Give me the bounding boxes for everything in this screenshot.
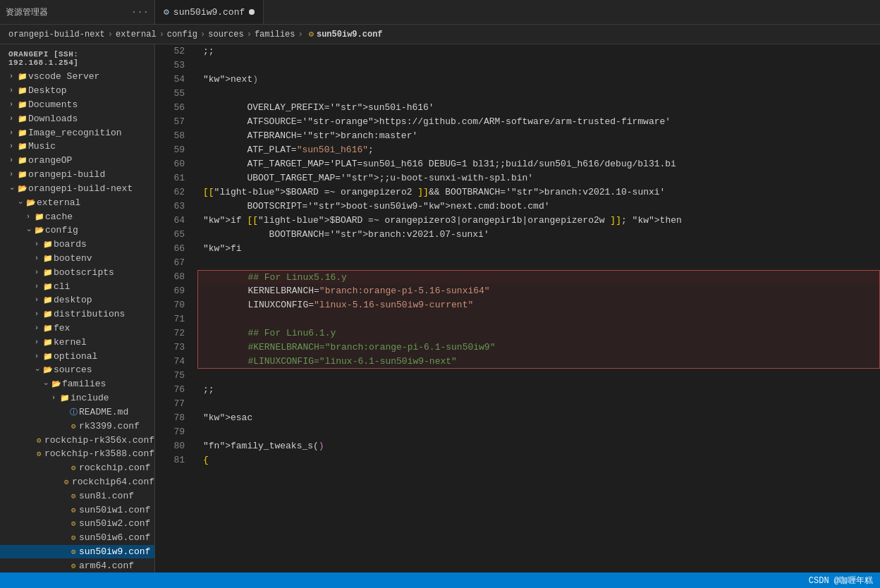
sidebar-item-families[interactable]: › 📂 families <box>0 377 154 391</box>
sidebar-item-include[interactable]: › 📁 include <box>0 391 154 405</box>
gear-icon: ⚙ <box>61 477 72 486</box>
sidebar-item-desktop[interactable]: › 📁 Desktop <box>0 84 154 98</box>
breadcrumb-sep-3: › <box>200 30 205 39</box>
sidebar-item-rockchip-rk3588[interactable]: ⚙ rockchip-rk3588.conf <box>0 447 154 461</box>
code-line-69: KERNELBRANCH="branch:orange-pi-5.16-sunx… <box>197 284 880 298</box>
breadcrumb-part-5[interactable]: families <box>255 30 295 39</box>
sidebar-item-fex[interactable]: › 📁 fex <box>0 321 154 336</box>
sidebar-item-bootenv[interactable]: › 📁 bootenv <box>0 252 154 266</box>
arrow-icon: › <box>6 129 17 137</box>
code-line-79 <box>197 425 880 439</box>
sidebar-item-rockchip[interactable]: ⚙ rockchip.conf <box>0 461 154 475</box>
sidebar-item-config[interactable]: › 📂 config <box>0 223 154 238</box>
code-line-65: BOOTBRANCH='"str">branch:v2021.07-sunxi' <box>197 228 880 242</box>
code-line-78: "kw">esac <box>197 411 880 425</box>
code-line-58: ATFBRANCH='"str">branch:master' <box>197 129 880 143</box>
sidebar-item-music[interactable]: › 📁 Music <box>0 140 154 154</box>
code-line-70: LINUXCONFIG="linux-5.16-sun50iw9-current… <box>197 298 880 312</box>
explorer-header: 资源管理器 ··· <box>0 0 155 24</box>
code-line-76: ;; <box>197 383 880 397</box>
breadcrumb-sep-4: › <box>247 30 252 39</box>
sidebar-item-vscode-server[interactable]: › 📁 vscode Server <box>0 70 154 84</box>
breadcrumb-part-2[interactable]: external <box>116 30 157 39</box>
sidebar-item-sun50iw1[interactable]: ⚙ sun50iw1.conf <box>0 503 154 517</box>
sidebar-item-sun50iw9[interactable]: ⚙ sun50iw9.conf <box>0 545 154 559</box>
sidebar-item-downloads[interactable]: › 📁 Downloads <box>0 111 154 125</box>
sidebar-item-rockchip64[interactable]: ⚙ rockchip64.conf <box>0 475 154 489</box>
sidebar-item-sources[interactable]: › 📂 sources <box>0 363 154 377</box>
arrow-open-icon: › <box>8 183 16 194</box>
folder-icon: 📁 <box>42 295 54 305</box>
gear-icon: ⚙ <box>68 463 79 472</box>
sidebar: ORANGEPI [SSH: 192.168.1.254] › 📁 vscode… <box>0 44 155 572</box>
sidebar-item-image-recognition[interactable]: › 📁 Image_recognition <box>0 125 154 140</box>
code-line-75 <box>197 369 880 383</box>
sidebar-item-sun50iw6[interactable]: ⚙ sun50iw6.conf <box>0 531 154 545</box>
code-line-55 <box>197 87 880 101</box>
folder-icon: 📁 <box>17 128 28 137</box>
code-line-63: BOOTSCRIPT='"str">boot-sun50iw9-"kw">nex… <box>197 200 880 214</box>
sidebar-item-sun50iw2[interactable]: ⚙ sun50iw2.conf <box>0 517 154 531</box>
code-line-66: "kw">fi <box>197 242 880 256</box>
watermark: CSDN @咖喱年糕 <box>809 575 873 587</box>
sidebar-item-bootscripts[interactable]: › 📁 bootscripts <box>0 265 154 279</box>
code-line-57: ATFSOURCE='"str-orange">https://github.c… <box>197 115 880 129</box>
sidebar-item-kernel[interactable]: › 📁 kernel <box>0 335 154 349</box>
code-line-74: #LINUXCONFIG="linux-6.1-sun50iw9-next" <box>197 355 880 369</box>
sidebar-item-orangeop[interactable]: › 📁 orangeOP <box>0 154 154 168</box>
tab-file-icon: ⚙ <box>164 6 169 18</box>
code-line-53 <box>197 59 880 73</box>
bottom-bar: CSDN @咖喱年糕 <box>0 572 880 588</box>
sidebar-item-sun8i[interactable]: ⚙ sun8i.conf <box>0 489 154 503</box>
tab-filename: sun50iw9.conf <box>173 7 245 18</box>
gear-icon: ⚙ <box>68 506 79 515</box>
tab-sun50iw9[interactable]: ⚙ sun50iw9.conf <box>155 0 264 24</box>
code-line-61: UBOOT_TARGET_MAP='"str">;;u-boot-sunxi-w… <box>197 171 880 185</box>
tab-modified-dot <box>249 9 255 15</box>
folder-icon: 📁 <box>42 324 54 333</box>
editor-area: 5253545556575859606162636465666768697071… <box>155 44 880 572</box>
breadcrumb-part-1[interactable]: orangepi-build-next <box>8 30 105 39</box>
sidebar-item-documents[interactable]: › 📁 Documents <box>0 98 154 112</box>
main-area: ORANGEPI [SSH: 192.168.1.254] › 📁 vscode… <box>0 44 880 572</box>
folder-icon: 📁 <box>17 72 28 81</box>
sidebar-item-external[interactable]: › 📂 external <box>0 195 154 209</box>
sidebar-item-distributions[interactable]: › 📁 distributions <box>0 307 154 321</box>
code-line-56: OVERLAY_PREFIX='"str">sun50i-h616' <box>197 101 880 115</box>
arrow-icon: › <box>31 255 42 262</box>
sidebar-item-cli[interactable]: › 📁 cli <box>0 279 154 293</box>
sidebar-item-desktop-sub[interactable]: › 📁 desktop <box>0 293 154 307</box>
code-line-73: #KERNELBRANCH="branch:orange-pi-6.1-sun5… <box>197 341 880 355</box>
code-line-54: "kw">next) <box>197 73 880 87</box>
breadcrumb-part-3[interactable]: config <box>167 30 197 39</box>
arrow-icon: › <box>31 296 42 304</box>
code-line-77 <box>197 397 880 411</box>
top-bar: 资源管理器 ··· ⚙ sun50iw9.conf <box>0 0 880 25</box>
folder-open-icon: 📂 <box>51 379 62 388</box>
code-area[interactable]: ;; "kw">next) OVERLAY_PREFIX='"str">sun5… <box>190 44 880 572</box>
sidebar-item-rk3399[interactable]: ⚙ rk3399.conf <box>0 419 154 433</box>
sidebar-item-boards[interactable]: › 📁 boards <box>0 238 154 252</box>
code-line-81: { <box>197 453 880 467</box>
folder-icon: 📁 <box>17 100 28 109</box>
code-line-64: "kw">if [[ "light-blue">$BOARD =~ orange… <box>197 214 880 228</box>
sidebar-item-arm64[interactable]: ⚙ arm64.conf <box>0 558 154 572</box>
code-line-71 <box>197 312 880 326</box>
breadcrumb-part-6[interactable]: sun50iw9.conf <box>317 30 383 39</box>
sidebar-item-optional[interactable]: › 📁 optional <box>0 349 154 363</box>
breadcrumb-part-4[interactable]: sources <box>208 30 243 39</box>
editor-content: 5253545556575859606162636465666768697071… <box>155 44 880 572</box>
folder-icon: 📁 <box>17 170 28 179</box>
gear-icon: ⚙ <box>33 436 44 445</box>
sidebar-item-orangepi-build-next[interactable]: › 📂 orangepi-build-next <box>0 182 154 196</box>
sidebar-item-readme[interactable]: ⓘ README.md <box>0 405 154 419</box>
line-numbers: 5253545556575859606162636465666768697071… <box>155 44 190 572</box>
sidebar-item-orangepi-build[interactable]: › 📁 orangepi-build <box>0 168 154 182</box>
folder-open-icon: 📂 <box>25 198 37 207</box>
sidebar-item-rockchip-rk356x[interactable]: ⚙ rockchip-rk356x.conf <box>0 433 154 447</box>
explorer-menu-icon[interactable]: ··· <box>131 6 149 18</box>
breadcrumb-file-icon: ⚙ <box>309 29 314 39</box>
arrow-open-icon: › <box>33 365 41 376</box>
info-icon: ⓘ <box>68 407 79 417</box>
sidebar-item-cache[interactable]: › 📁 cache <box>0 209 154 223</box>
